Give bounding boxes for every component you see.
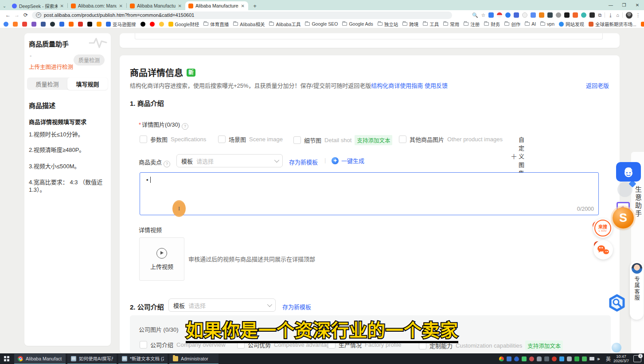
download-icon[interactable]: ⭳: [608, 12, 613, 18]
extension-icon[interactable]: [488, 12, 494, 18]
checkbox-icon[interactable]: [140, 136, 147, 143]
bookmark-folder[interactable]: 独立站: [378, 21, 398, 27]
taskbar-app-explorer[interactable]: Administrator: [169, 354, 219, 364]
widgets-icon[interactable]: [582, 356, 587, 361]
bookmark-google-finance[interactable]: Google财经: [168, 21, 199, 27]
bookmark-icon[interactable]: [4, 22, 8, 27]
tab-search-chevron-icon[interactable]: ⌄: [0, 1, 9, 10]
bookmark-folder[interactable]: 常用: [443, 21, 459, 27]
bookmark-icon[interactable]: [59, 22, 64, 27]
bookmark-icon[interactable]: [50, 22, 55, 27]
bookmark-folder[interactable]: Alibaba相关: [233, 21, 265, 27]
checkbox-icon[interactable]: [218, 136, 226, 143]
bookmark-folder[interactable]: 工具: [423, 21, 439, 27]
extension-icon[interactable]: [522, 12, 527, 18]
collapsed-widget-button[interactable]: [612, 343, 621, 352]
tab-close-icon[interactable]: ✕: [178, 4, 182, 8]
taskbar-app-notepad-1[interactable]: 如何使用AI撰写产...: [67, 354, 117, 364]
youtube-icon[interactable]: [150, 22, 155, 27]
extension-icon[interactable]: [497, 12, 502, 18]
close-button[interactable]: ✕: [631, 0, 644, 10]
tab-close-icon[interactable]: ✕: [119, 4, 123, 8]
quality-detect-button[interactable]: 质量检测: [74, 54, 105, 66]
bookmark-folder[interactable]: 创作: [504, 21, 520, 27]
checkbox-icon[interactable]: [293, 136, 301, 144]
browser-tab-3[interactable]: Alibaba Manufacturer Direct... ✕: [127, 1, 185, 10]
tab-close-icon[interactable]: ✕: [60, 4, 64, 8]
bookmark-icon[interactable]: [97, 22, 101, 27]
checkbox-detail-shot[interactable]: 细节图 Detail shot 支持添加文本: [293, 135, 392, 145]
bookmark-folder[interactable]: 跨境: [402, 21, 418, 27]
extension-icon[interactable]: [539, 12, 544, 18]
url-field[interactable]: ⇄ post.alibaba.com/product/publish.htm?f…: [32, 12, 452, 19]
bookmark-folder[interactable]: vpn: [540, 21, 554, 27]
clock[interactable]: 10:47 2026/3/7: [613, 354, 629, 363]
bookmark-icon[interactable]: [87, 22, 92, 27]
taskbar-app-notepad-2[interactable]: *新建文本文档 (2).t...: [118, 354, 168, 364]
checkbox-scene-image[interactable]: 场景图 Scene image: [218, 135, 283, 143]
language-indicator[interactable]: 英: [606, 355, 611, 362]
chrome-tray-icon[interactable]: [499, 356, 504, 361]
bookmark-icon[interactable]: [41, 22, 46, 27]
bookmark-link[interactable]: 全球最新期货市场...: [589, 21, 636, 27]
security-icon[interactable]: [552, 356, 557, 361]
bookmark-folder[interactable]: Google SEO: [305, 21, 338, 27]
drive-icon[interactable]: [507, 356, 511, 361]
extension-icon[interactable]: [531, 12, 536, 18]
company-template-select[interactable]: 模板 请选择: [168, 298, 276, 312]
customer-service-widget[interactable]: 专属客服: [630, 261, 644, 320]
bookmark-star-icon[interactable]: ☆: [481, 12, 486, 18]
browser-tab-4-active[interactable]: Alibaba Manufacturer Direct... ✕: [185, 1, 248, 10]
smiley-icon[interactable]: [159, 22, 164, 27]
tab-fill-rules[interactable]: 填写规则: [67, 77, 108, 90]
photos-icon[interactable]: [544, 356, 549, 361]
extensions-puzzle-icon[interactable]: ⧉: [598, 12, 601, 18]
reading-list-icon[interactable]: ⌂: [616, 12, 619, 18]
extension-icon[interactable]: [514, 12, 519, 18]
wechat-tray-icon[interactable]: [574, 356, 579, 361]
bookmark-folder[interactable]: Google Ads: [342, 21, 373, 27]
restore-button[interactable]: ❐: [617, 0, 631, 10]
checkbox-icon[interactable]: [399, 136, 406, 143]
company-save-template-link[interactable]: 存为新模板: [282, 302, 311, 311]
help-icon[interactable]: ?: [182, 123, 188, 130]
extension-icon[interactable]: [564, 12, 570, 18]
zoom-icon[interactable]: 🔍: [472, 12, 478, 18]
image-search-button[interactable]: [608, 294, 626, 313]
browser-tab-1[interactable]: DeepSeek - 探索未至之境 ✕: [9, 1, 67, 10]
bookmark-icon[interactable]: [31, 22, 36, 27]
tab-close-icon[interactable]: ✕: [241, 4, 245, 8]
one-click-generate-button[interactable]: 一键生成: [332, 156, 364, 165]
url-text[interactable]: post.alibaba.com/product/publish.htm?fro…: [44, 12, 194, 18]
tab-quality-detect[interactable]: 质量检测: [27, 77, 67, 90]
extension-icon[interactable]: [589, 12, 595, 18]
extension-icon[interactable]: [556, 12, 561, 18]
wechat-button[interactable]: [593, 240, 613, 259]
reload-icon[interactable]: ⟳: [21, 12, 30, 18]
help-icon[interactable]: ?: [164, 161, 170, 167]
site-info-icon[interactable]: ⇄: [36, 12, 41, 18]
laisou-search-button[interactable]: 来搜 L·SOU: [593, 218, 613, 238]
bird-icon[interactable]: [559, 356, 564, 361]
upload-video-button[interactable]: 上传视频: [139, 237, 184, 281]
custom-gallery-button[interactable]: ＋ 自定义图集: [511, 135, 524, 177]
bookmark-folder[interactable]: Alibaba工具: [269, 21, 301, 27]
extension-icon[interactable]: [573, 12, 578, 18]
bookmark-icon[interactable]: [78, 22, 83, 27]
bookmark-link[interactable]: 网站发现: [559, 21, 584, 27]
bookmark-icon[interactable]: [22, 22, 27, 27]
save-template-link[interactable]: 存为新模板: [289, 158, 318, 166]
profile-avatar[interactable]: [626, 12, 632, 19]
microphone-icon[interactable]: [537, 356, 542, 361]
bookmark-folder[interactable]: 体育直播: [203, 21, 229, 27]
bookmark-folder[interactable]: AI: [525, 21, 536, 27]
extension-icon[interactable]: [505, 12, 511, 18]
bookmark-folder[interactable]: 财务: [484, 21, 500, 27]
taskbar-app-chrome[interactable]: Alibaba Manufact...: [14, 354, 66, 364]
start-button[interactable]: [0, 353, 13, 364]
s-logo-button[interactable]: S: [613, 207, 634, 228]
network-icon[interactable]: [589, 357, 594, 360]
bookmark-icon[interactable]: [69, 22, 74, 27]
extension-icon[interactable]: [581, 12, 586, 18]
minimize-button[interactable]: —: [604, 0, 617, 10]
